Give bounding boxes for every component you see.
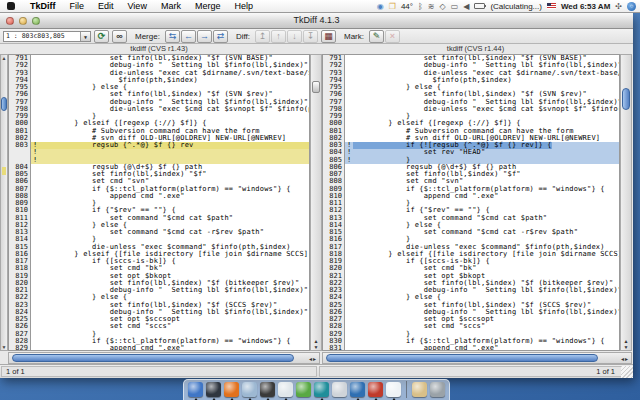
previous-diff-button[interactable]: ↑ [271, 30, 286, 43]
menu-view[interactable]: View [121, 0, 154, 13]
right-hscroll-thumb[interactable] [326, 354, 598, 362]
dock-icon-app-red[interactable] [368, 382, 383, 397]
dock-icon-script-editor[interactable] [412, 382, 427, 397]
right-vertical-scrollbar[interactable]: ▲▼ [620, 54, 632, 351]
code-line[interactable]: append cmd ".exe" [345, 345, 619, 351]
temperature-readout[interactable]: 44° [401, 0, 413, 13]
map-scroll-down-icon[interactable]: ▼ [1, 344, 7, 350]
left-vertical-scrollbar[interactable]: ▲▼ [310, 54, 322, 351]
dock-icon-photo-viewer[interactable] [260, 382, 275, 397]
change-marker [31, 273, 39, 280]
right-code-pane[interactable]: 7917927937947957967977987998008018028038… [322, 54, 620, 351]
dock-icon-sailboat-app[interactable] [386, 382, 401, 397]
find-button[interactable]: ∞ [112, 30, 127, 43]
merge-right-button[interactable]: → [197, 30, 212, 43]
dock-icon-app-green[interactable] [296, 382, 311, 397]
dock-icon-firefox[interactable] [224, 382, 239, 397]
fast-user-switching-icon[interactable]: ✣ [615, 0, 622, 13]
map-scroll-thumb[interactable] [1, 97, 7, 111]
merge-last-icon: ⇄ [217, 32, 225, 41]
last-diff-button[interactable]: ↧ [303, 30, 318, 43]
menu-merge[interactable]: Merge [188, 0, 228, 13]
change-marker [345, 91, 353, 98]
spotlight-icon[interactable]: ○ [627, 2, 636, 11]
change-marker [345, 55, 353, 62]
zoom-window-button[interactable] [32, 17, 40, 25]
rescan-button[interactable]: ⟳ [94, 30, 109, 43]
dock-icon-shield-app[interactable] [332, 382, 347, 397]
merge-right-arrow-icon: → [200, 32, 209, 41]
set-mark-button[interactable]: ✎ [369, 30, 384, 43]
dock-icon-itunes[interactable] [278, 382, 293, 397]
right-code-text[interactable]: set finfo(lbl,$index) "$f (SVN BASE)" de… [344, 54, 620, 351]
left-scroll-down-icon[interactable]: ▼ [314, 344, 319, 350]
right-vscroll-thumb[interactable] [622, 88, 630, 110]
menu-clock[interactable]: Wed 6:53 AM [561, 0, 610, 13]
left-hscroll-thumb[interactable] [12, 354, 294, 362]
merge-left-button[interactable]: ← [181, 30, 196, 43]
minimize-window-button[interactable] [19, 17, 27, 25]
app-menu-extra-icon[interactable]: ◉ [377, 0, 384, 13]
apple-menu-icon[interactable] [7, 2, 15, 10]
resize-grip[interactable] [621, 366, 633, 378]
window-title-bar[interactable]: TkDiff 4.1.3 [0, 13, 633, 29]
center-diffs-button[interactable]: ▦ [321, 30, 336, 43]
diff-map-scrollbar[interactable]: ▲ ▼ [0, 54, 8, 351]
volume-icon[interactable]: ◀ [463, 0, 469, 13]
right-line-number-gutter: 7917927937947957967977987998008018028038… [322, 54, 344, 351]
left-horizontal-scrollbar[interactable]: ◂▸ [8, 352, 320, 364]
first-diff-button[interactable]: ↥ [255, 30, 270, 43]
map-scroll-up-icon[interactable]: ▲ [1, 55, 7, 61]
code-line[interactable]: ! [31, 149, 309, 156]
change-marker [31, 331, 39, 338]
change-marker [345, 99, 353, 106]
battery-status-text[interactable]: (Calculating...) [490, 0, 542, 13]
close-window-button[interactable] [6, 17, 14, 25]
dock-icon-internet-globe[interactable] [350, 382, 365, 397]
change-marker [31, 77, 39, 84]
dock-icon-trash[interactable] [430, 382, 445, 397]
input-language-flag-icon[interactable] [547, 3, 556, 9]
clear-mark-button[interactable]: × [385, 30, 400, 43]
battery-icon[interactable] [474, 3, 485, 9]
menu-help[interactable]: Help [227, 0, 260, 13]
right-scroll-right-icon[interactable]: ▸ [625, 356, 629, 362]
weather-folder-icon[interactable]: ❐ [389, 0, 396, 13]
line-number: 803 [9, 142, 30, 149]
menu-tkdiff[interactable]: TkDiff [23, 0, 63, 13]
change-marker [31, 207, 39, 214]
next-diff-button[interactable]: ↓ [287, 30, 302, 43]
diamond-menu-icon[interactable]: ◇ [440, 0, 446, 13]
dock-icon-dashboard[interactable] [206, 382, 221, 397]
diff-region-combobox[interactable]: 1 : 803c803,805 ▼ [3, 31, 91, 42]
left-code-pane[interactable]: 7917927937947957967977987998008018028038… [8, 54, 310, 351]
code-line[interactable]: append cmd ".exe" [31, 345, 309, 351]
change-marker [31, 84, 39, 91]
code-line[interactable]: ! regsub {^.*@} $f {} rev [31, 142, 309, 149]
left-code-text[interactable]: set finfo(lbl,$index) "$f (SVN BASE)" de… [30, 54, 310, 351]
change-marker [345, 265, 353, 272]
change-marker: ! [345, 157, 353, 164]
right-scroll-down-icon[interactable]: ▼ [624, 344, 629, 350]
left-scroll-right-icon[interactable]: ▸ [313, 356, 317, 362]
window-title: TkDiff 4.1.3 [0, 13, 633, 28]
change-marker [345, 84, 353, 91]
dock-icon-quicktime[interactable] [314, 382, 329, 397]
change-marker [31, 128, 39, 135]
mark-label: Mark: [344, 32, 364, 41]
menu-mark[interactable]: Mark [154, 0, 188, 13]
right-horizontal-scrollbar[interactable]: ◂▸ [322, 352, 632, 364]
displays-icon[interactable]: ▭ [451, 0, 459, 13]
bluetooth-icon[interactable]: ᛒ [418, 0, 423, 13]
left-vscroll-thumb[interactable] [312, 81, 320, 93]
merge-last-button[interactable]: ⇄ [213, 30, 228, 43]
menu-edit[interactable]: Edit [91, 0, 121, 13]
airport-wifi-icon[interactable]: ≋ [428, 0, 435, 13]
menu-file[interactable]: File [63, 0, 92, 13]
dock-icon-finder[interactable] [188, 382, 203, 397]
combobox-arrow-icon[interactable]: ▼ [80, 32, 90, 41]
dock-icon-mail[interactable] [242, 382, 257, 397]
merge-first-button[interactable]: ⇆ [165, 30, 180, 43]
change-marker [345, 331, 353, 338]
set-mark-icon: ✎ [373, 32, 381, 41]
